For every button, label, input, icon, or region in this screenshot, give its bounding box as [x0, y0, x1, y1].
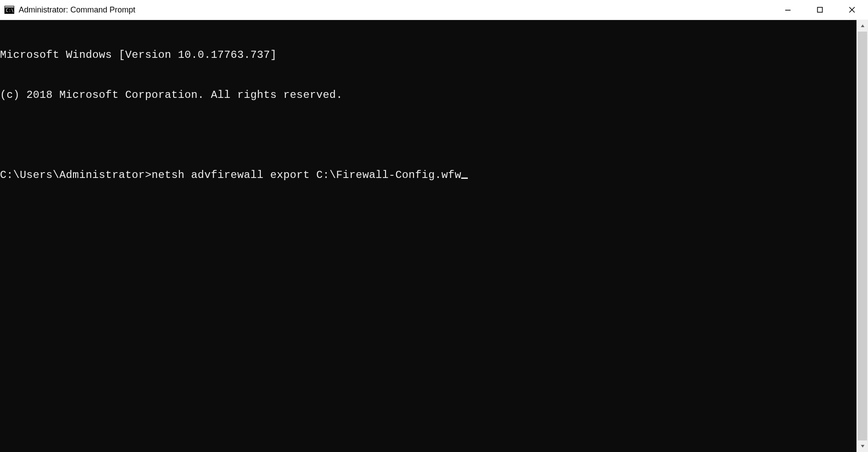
prompt-text: C:\Users\Administrator>	[0, 169, 151, 181]
maximize-button[interactable]	[804, 0, 836, 20]
svg-rect-3	[785, 10, 791, 11]
client-area: Microsoft Windows [Version 10.0.17763.73…	[0, 20, 868, 452]
svg-rect-4	[818, 8, 823, 12]
window-controls	[772, 0, 868, 20]
scroll-down-button[interactable]	[857, 440, 868, 452]
terminal-line: Microsoft Windows [Version 10.0.17763.73…	[0, 48, 856, 62]
svg-rect-1	[5, 6, 14, 8]
svg-marker-8	[861, 445, 864, 448]
terminal-line	[0, 129, 856, 142]
cmd-icon: C:\	[4, 6, 14, 14]
window-title: Administrator: Command Prompt	[19, 5, 135, 15]
svg-text:C:\: C:\	[6, 8, 14, 13]
command-prompt-window: C:\ Administrator: Command Prompt Micros…	[0, 0, 868, 452]
minimize-button[interactable]	[772, 0, 804, 20]
titlebar[interactable]: C:\ Administrator: Command Prompt	[0, 0, 868, 20]
text-cursor	[461, 178, 467, 179]
scrollbar-track[interactable]	[857, 32, 868, 440]
terminal-line: (c) 2018 Microsoft Corporation. All righ…	[0, 89, 856, 102]
scroll-up-button[interactable]	[857, 20, 868, 32]
close-button[interactable]	[836, 0, 868, 20]
svg-marker-7	[861, 24, 864, 27]
scrollbar-thumb[interactable]	[858, 32, 867, 440]
terminal-area[interactable]: Microsoft Windows [Version 10.0.17763.73…	[0, 20, 856, 452]
command-text: netsh advfirewall export C:\Firewall-Con…	[151, 169, 461, 181]
vertical-scrollbar[interactable]	[856, 20, 868, 452]
terminal-prompt-line: C:\Users\Administrator>netsh advfirewall…	[0, 169, 856, 182]
